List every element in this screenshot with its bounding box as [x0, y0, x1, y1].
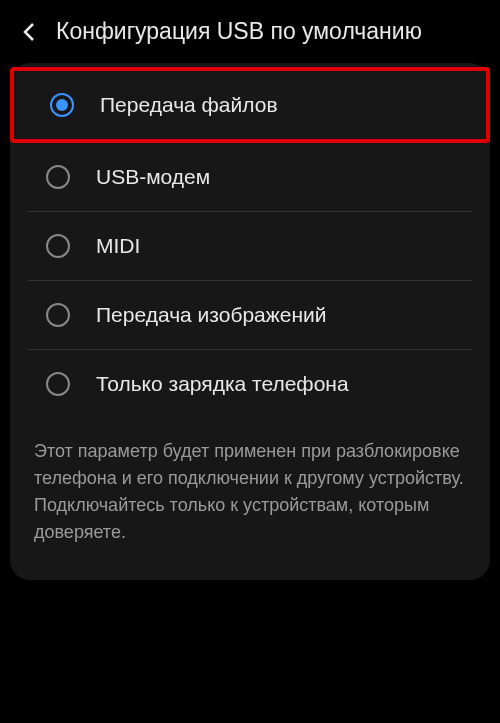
option-list: Передача файлов USB-модем MIDI Передача … [10, 67, 490, 418]
radio-icon [46, 165, 70, 189]
option-label: USB-модем [96, 165, 210, 189]
header: Конфигурация USB по умолчанию [6, 6, 494, 63]
option-charge-only[interactable]: Только зарядка телефона [28, 350, 472, 418]
option-label: MIDI [96, 234, 140, 258]
radio-icon [46, 234, 70, 258]
settings-screen: Конфигурация USB по умолчанию Передача ф… [0, 0, 500, 723]
description-text: Этот параметр будет применен при разблок… [10, 418, 490, 576]
page-title: Конфигурация USB по умолчанию [56, 18, 422, 45]
options-panel: Передача файлов USB-модем MIDI Передача … [10, 63, 490, 580]
option-image-transfer[interactable]: Передача изображений [28, 281, 472, 350]
option-label: Передача изображений [96, 303, 327, 327]
option-label: Передача файлов [100, 93, 278, 117]
option-usb-modem[interactable]: USB-модем [28, 143, 472, 212]
back-icon[interactable] [22, 25, 36, 39]
radio-icon [46, 303, 70, 327]
option-midi[interactable]: MIDI [28, 212, 472, 281]
option-label: Только зарядка телефона [96, 372, 349, 396]
option-file-transfer[interactable]: Передача файлов [10, 67, 490, 143]
radio-icon [46, 372, 70, 396]
radio-icon [50, 93, 74, 117]
